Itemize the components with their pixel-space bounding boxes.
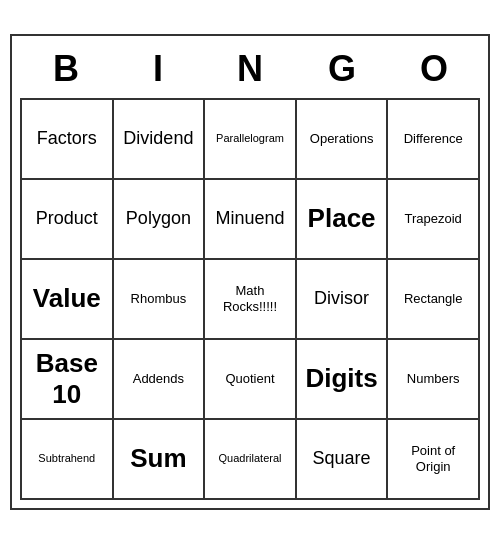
bingo-cell: Sum <box>114 420 206 500</box>
bingo-cell: Place <box>297 180 389 260</box>
bingo-cell: Base 10 <box>22 340 114 420</box>
bingo-cell: Trapezoid <box>388 180 480 260</box>
cell-text: Sum <box>130 443 186 474</box>
bingo-cell: Difference <box>388 100 480 180</box>
cell-text: Addends <box>133 371 184 387</box>
cell-text: Quadrilateral <box>219 452 282 465</box>
cell-text: Digits <box>305 363 377 394</box>
bingo-header: BINGO <box>20 44 480 94</box>
bingo-cell: Rectangle <box>388 260 480 340</box>
bingo-cell: Addends <box>114 340 206 420</box>
cell-text: Rectangle <box>404 291 463 307</box>
header-letter: N <box>204 44 296 94</box>
cell-text: Operations <box>310 131 374 147</box>
cell-text: Polygon <box>126 208 191 230</box>
bingo-cell: Subtrahend <box>22 420 114 500</box>
cell-text: Product <box>36 208 98 230</box>
cell-text: Rhombus <box>131 291 187 307</box>
bingo-cell: Value <box>22 260 114 340</box>
header-letter: O <box>388 44 480 94</box>
bingo-card: BINGO FactorsDividendParallelogramOperat… <box>10 34 490 510</box>
cell-text: Parallelogram <box>216 132 284 145</box>
cell-text: Difference <box>404 131 463 147</box>
bingo-cell: Quadrilateral <box>205 420 297 500</box>
bingo-cell: Dividend <box>114 100 206 180</box>
bingo-cell: Minuend <box>205 180 297 260</box>
bingo-cell: Square <box>297 420 389 500</box>
cell-text: Factors <box>37 128 97 150</box>
cell-text: Place <box>308 203 376 234</box>
header-letter: G <box>296 44 388 94</box>
header-letter: I <box>112 44 204 94</box>
cell-text: Subtrahend <box>38 452 95 465</box>
cell-text: Dividend <box>123 128 193 150</box>
cell-text: Base 10 <box>26 348 108 410</box>
cell-text: Numbers <box>407 371 460 387</box>
cell-text: Divisor <box>314 288 369 310</box>
bingo-cell: Product <box>22 180 114 260</box>
bingo-cell: Math Rocks!!!!! <box>205 260 297 340</box>
bingo-cell: Factors <box>22 100 114 180</box>
cell-text: Square <box>313 448 371 470</box>
cell-text: Value <box>33 283 101 314</box>
cell-text: Math Rocks!!!!! <box>209 283 291 314</box>
bingo-cell: Divisor <box>297 260 389 340</box>
cell-text: Quotient <box>225 371 274 387</box>
cell-text: Point of Origin <box>392 443 474 474</box>
bingo-cell: Quotient <box>205 340 297 420</box>
bingo-cell: Polygon <box>114 180 206 260</box>
bingo-grid: FactorsDividendParallelogramOperationsDi… <box>20 98 480 500</box>
bingo-cell: Point of Origin <box>388 420 480 500</box>
bingo-cell: Parallelogram <box>205 100 297 180</box>
bingo-cell: Digits <box>297 340 389 420</box>
cell-text: Minuend <box>215 208 284 230</box>
cell-text: Trapezoid <box>405 211 462 227</box>
header-letter: B <box>20 44 112 94</box>
bingo-cell: Numbers <box>388 340 480 420</box>
bingo-cell: Rhombus <box>114 260 206 340</box>
bingo-cell: Operations <box>297 100 389 180</box>
